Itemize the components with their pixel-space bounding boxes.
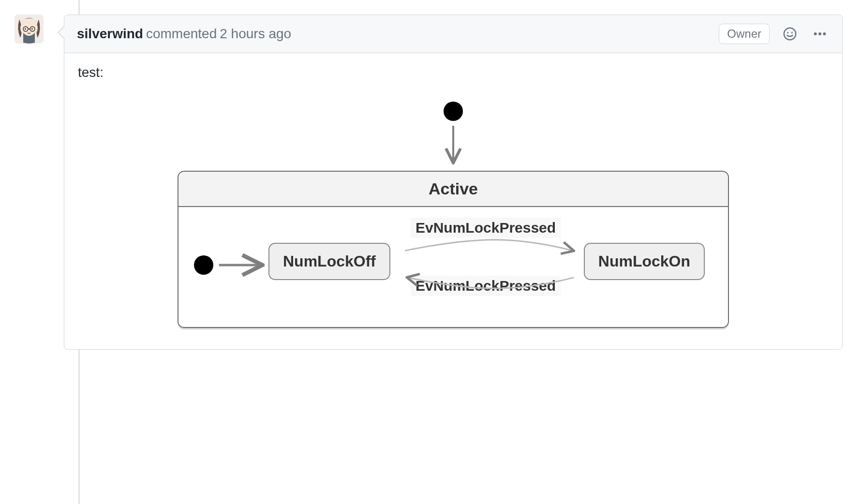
state-numlockon: NumLockOn xyxy=(584,243,705,280)
avatar[interactable] xyxy=(15,15,44,44)
smiley-icon xyxy=(783,27,797,41)
initial-state-dot-icon xyxy=(194,255,213,275)
comment-timestamp[interactable]: 2 hours ago xyxy=(220,26,291,42)
comment-author-link[interactable]: silverwind xyxy=(77,26,143,42)
comment-body: test: Active xyxy=(64,53,842,349)
svg-point-12 xyxy=(823,32,826,35)
svg-point-6 xyxy=(31,29,33,30)
svg-point-9 xyxy=(791,32,793,33)
svg-point-11 xyxy=(818,32,821,35)
svg-point-8 xyxy=(787,32,788,33)
comment-box: silverwind commented 2 hours ago Owner xyxy=(64,15,843,350)
state-numlockoff: NumLockOff xyxy=(268,243,390,280)
svg-point-7 xyxy=(784,28,796,40)
compound-state-active: Active NumLockOff NumLockOn EvNumLockPre… xyxy=(178,171,729,328)
transition-label-bottom: EvNumLockPressed xyxy=(411,276,561,296)
svg-point-13 xyxy=(444,102,463,121)
state-diagram: Active NumLockOff NumLockOn EvNumLockPre… xyxy=(78,100,829,328)
state-title: Active xyxy=(178,172,728,207)
svg-point-10 xyxy=(814,32,817,35)
owner-badge: Owner xyxy=(719,24,770,44)
comment-text: test: xyxy=(78,65,829,80)
avatar-image xyxy=(15,15,44,44)
svg-point-1 xyxy=(20,19,38,37)
diagram-entry-arrow xyxy=(178,100,729,167)
svg-point-5 xyxy=(25,29,26,30)
kebab-menu-button[interactable] xyxy=(810,24,830,44)
kebab-horizontal-icon xyxy=(813,27,827,41)
add-reaction-button[interactable] xyxy=(780,24,800,44)
comment-header: silverwind commented 2 hours ago Owner xyxy=(64,15,842,53)
commented-label: commented xyxy=(146,26,217,42)
transition-label-top: EvNumLockPressed xyxy=(411,218,561,238)
